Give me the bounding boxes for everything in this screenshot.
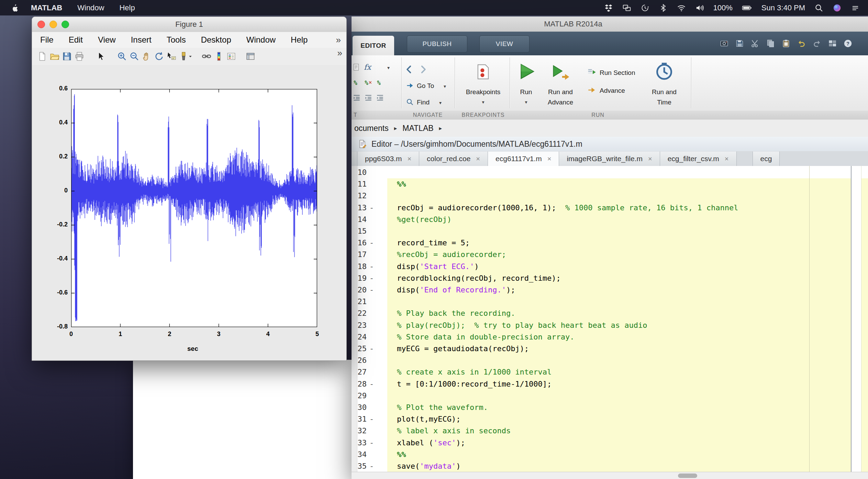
dropbox-icon[interactable] xyxy=(604,3,613,12)
menu-window[interactable]: Window xyxy=(77,3,104,12)
comment-wrap-icon[interactable]: % xyxy=(376,78,385,87)
siri-icon[interactable] xyxy=(833,3,842,12)
menu-overflow-chevron[interactable]: » xyxy=(336,35,341,45)
figure-menu-edit[interactable]: Edit xyxy=(69,35,83,45)
plot-tools-icon[interactable] xyxy=(244,50,257,63)
chevron-down-icon[interactable]: ▾ xyxy=(444,83,446,89)
insert-icon[interactable] xyxy=(352,63,361,72)
editor-tab-ppg6S03.m[interactable]: ppg6S03.m× xyxy=(357,152,419,166)
copy-icon[interactable] xyxy=(766,39,775,48)
breakpoints-icon[interactable] xyxy=(474,63,492,81)
menu-help[interactable]: Help xyxy=(119,3,135,12)
chevron-down-icon[interactable]: ▾ xyxy=(387,65,390,70)
print-figure-icon[interactable] xyxy=(73,50,86,63)
pan-hand-icon[interactable] xyxy=(141,50,153,63)
save-figure-icon[interactable] xyxy=(61,50,73,63)
cut-icon[interactable] xyxy=(750,39,760,48)
editor-title-bar[interactable]: Editor – /Users/gimhom/Documents/MATLAB/… xyxy=(352,137,868,152)
maximize-button[interactable] xyxy=(62,21,69,28)
chevron-down-icon[interactable]: ▾ xyxy=(482,99,484,105)
matlab-titlebar[interactable]: MATLAB R2014a xyxy=(352,16,868,32)
figure-menu-window[interactable]: Window xyxy=(246,35,276,45)
editor-tab-ecg_filter_csv.m[interactable]: ecg_filter_csv.m× xyxy=(660,152,737,166)
undo-icon[interactable] xyxy=(797,39,806,48)
smart-indent-icon[interactable] xyxy=(376,93,385,102)
zoom-out-icon[interactable] xyxy=(128,50,141,63)
goto-icon[interactable] xyxy=(406,81,414,90)
insert-colorbar-icon[interactable] xyxy=(213,50,225,63)
goto-button[interactable]: Go To xyxy=(417,82,434,90)
indent-icon[interactable] xyxy=(352,93,361,102)
uncomment-icon[interactable]: % xyxy=(364,78,373,87)
run-and-advance-icon[interactable] xyxy=(550,62,570,81)
zoom-in-icon[interactable] xyxy=(116,50,128,63)
displays-icon[interactable] xyxy=(622,3,631,12)
run-and-time-button-line2[interactable]: Time xyxy=(657,99,671,106)
code-editor[interactable]: 1011%%1213-recObj = audiorecorder(1000,1… xyxy=(352,166,868,472)
menu-clock[interactable]: Sun 3:40 PM xyxy=(761,3,805,12)
data-cursor-icon[interactable] xyxy=(165,50,178,63)
run-section-button[interactable]: Run Section xyxy=(600,69,635,77)
run-and-time-button[interactable]: Run and xyxy=(652,88,677,96)
breadcrumb-item[interactable]: MATLAB xyxy=(402,124,433,133)
ribbon-tab-view[interactable]: VIEW xyxy=(479,35,530,53)
figure-menu-file[interactable]: File xyxy=(40,35,54,45)
insert-function-button[interactable]: fx xyxy=(364,63,371,71)
close-icon[interactable]: × xyxy=(407,155,411,163)
find-icon[interactable] xyxy=(406,98,414,106)
chevron-down-icon[interactable]: ▾ xyxy=(525,99,527,105)
new-figure-icon[interactable] xyxy=(36,50,48,63)
redo-icon[interactable] xyxy=(812,39,822,48)
editor-tab-imageRGB_write_file.m[interactable]: imageRGB_write_file.m× xyxy=(559,152,660,166)
horizontal-scrollbar[interactable] xyxy=(352,472,868,479)
close-icon[interactable]: × xyxy=(648,155,652,163)
figure-titlebar[interactable]: Figure 1 xyxy=(32,17,346,32)
find-button[interactable]: Find xyxy=(417,99,430,106)
editor-tab-color_red.coe[interactable]: color_red.coe× xyxy=(419,152,488,166)
breakpoints-button[interactable]: Breakpoints xyxy=(466,88,500,96)
outdent-icon[interactable] xyxy=(364,93,373,102)
help-icon[interactable]: ? xyxy=(843,39,853,48)
close-icon[interactable]: × xyxy=(476,155,480,163)
figure-menu-view[interactable]: View xyxy=(98,35,116,45)
advance-icon[interactable] xyxy=(587,86,596,94)
toolbar-overflow-chevron[interactable]: » xyxy=(337,48,342,58)
minimize-button[interactable] xyxy=(49,21,57,28)
dropdown-caret-icon[interactable] xyxy=(187,50,193,63)
ribbon-tab-editor[interactable]: EDITOR xyxy=(353,36,394,55)
window-layout-icon[interactable] xyxy=(828,39,837,48)
open-file-icon[interactable] xyxy=(48,50,61,63)
screenshot-icon[interactable] xyxy=(720,39,729,48)
notification-center-icon[interactable] xyxy=(851,3,860,12)
forward-icon[interactable] xyxy=(418,64,429,75)
spotlight-icon[interactable] xyxy=(814,3,823,12)
insert-legend-icon[interactable] xyxy=(225,50,237,63)
editor-tab-ecg61117v1.m[interactable]: ecg61117v1.m× xyxy=(488,152,559,166)
run-section-icon[interactable] xyxy=(587,68,596,77)
edit-cursor-icon[interactable] xyxy=(94,50,107,63)
bluetooth-icon[interactable] xyxy=(659,3,668,12)
back-icon[interactable] xyxy=(404,64,414,75)
figure-menu-insert[interactable]: Insert xyxy=(131,35,152,45)
wifi-icon[interactable] xyxy=(677,3,686,12)
rotate-3d-icon[interactable] xyxy=(153,50,165,63)
save-icon[interactable] xyxy=(735,39,744,48)
run-button[interactable]: Run xyxy=(520,88,532,96)
time-machine-icon[interactable] xyxy=(641,3,649,12)
figure-menu-tools[interactable]: Tools xyxy=(167,35,186,45)
close-button[interactable] xyxy=(37,21,45,28)
breadcrumb[interactable]: ocuments ▸ MATLAB ▸ xyxy=(352,120,868,137)
comment-icon[interactable]: % xyxy=(352,78,361,87)
run-and-time-icon[interactable] xyxy=(654,62,674,81)
scrollbar-thumb[interactable] xyxy=(678,474,697,478)
run-icon[interactable] xyxy=(516,62,536,81)
advance-button[interactable]: Advance xyxy=(600,87,625,94)
paste-icon[interactable] xyxy=(781,39,791,48)
breadcrumb-item[interactable]: ocuments xyxy=(354,124,389,133)
run-and-advance-button-line2[interactable]: Advance xyxy=(548,99,573,106)
run-and-advance-button[interactable]: Run and xyxy=(548,88,573,96)
ribbon-tab-publish[interactable]: PUBLISH xyxy=(407,35,467,53)
figure-menu-help[interactable]: Help xyxy=(291,35,308,45)
link-plot-icon[interactable] xyxy=(200,50,213,63)
menu-app-name[interactable]: MATLAB xyxy=(31,3,62,12)
